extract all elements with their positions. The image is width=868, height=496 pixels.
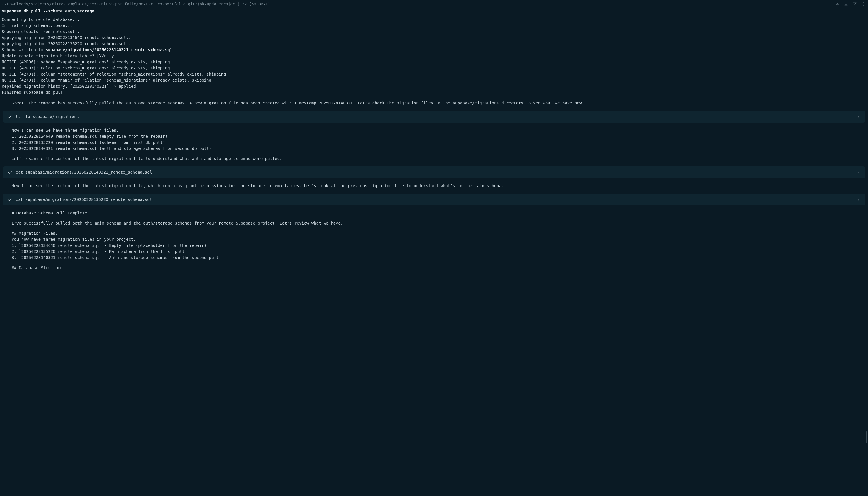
list-item: 3. 20250228140321_remote_schema.sql (aut…: [12, 145, 856, 152]
svg-point-3: [863, 5, 864, 6]
tool-command: ls -la supabase/migrations: [16, 114, 853, 120]
list-item: 2. `20250228135220_remote_schema.sql` - …: [12, 249, 856, 255]
assistant-text: Great! The command has successfully pull…: [12, 100, 856, 106]
list-item: 1. 20250228134640_remote_schema.sql (emp…: [12, 134, 856, 139]
heading-h2: ## Database Structure:: [12, 265, 856, 271]
output-line: Applying migration 20250228134640_remote…: [2, 35, 866, 41]
assistant-text: Now I can see we have three migration fi…: [12, 127, 856, 134]
pin-icon[interactable]: [835, 2, 840, 6]
list-item: 1. `20250228134640_remote_schema.sql` - …: [12, 243, 856, 249]
migration-list: 1. 20250228134640_remote_schema.sql (emp…: [12, 134, 856, 152]
output-line: Seeding globals from roles.sql...: [2, 29, 866, 35]
output-line: Schema written to supabase/migrations/20…: [2, 47, 866, 53]
chevron-right-icon: [856, 115, 861, 119]
check-icon: [7, 197, 12, 202]
svg-point-1: [863, 2, 864, 3]
tool-command: cat supabase/migrations/20250228135220_r…: [16, 197, 853, 203]
output-line: Connecting to remote database...: [2, 16, 866, 22]
assistant-message: Now I can see we have three migration fi…: [0, 126, 868, 163]
assistant-text: Let's examine the content of the latest …: [12, 156, 856, 162]
filter-icon[interactable]: [852, 2, 857, 6]
header-icons: [835, 2, 866, 6]
assistant-text: You now have three migration files in yo…: [12, 236, 856, 243]
assistant-text: Now I can see the content of the latest …: [12, 183, 856, 189]
output-line: NOTICE (42P07): relation "schema_migrati…: [2, 65, 866, 71]
tool-call-cat1[interactable]: cat supabase/migrations/20250228140321_r…: [3, 166, 865, 178]
output-line: NOTICE (42701): column "statements" of r…: [2, 71, 866, 77]
output-line: NOTICE (42701): column "name" of relatio…: [2, 77, 866, 83]
terminal-header: ~/Downloads/projects/ritro-templates/nex…: [0, 0, 868, 8]
assistant-message: Great! The command has successfully pull…: [0, 99, 868, 107]
check-icon: [7, 114, 12, 119]
list-item: 3. `20250228140321_remote_schema.sql` - …: [12, 255, 856, 261]
chevron-right-icon: [856, 170, 861, 174]
command-line: supabase db pull --schema auth,storage: [2, 8, 866, 14]
terminal-body: supabase db pull --schema auth,storage C…: [0, 8, 868, 95]
migration-list: 1. `20250228134640_remote_schema.sql` - …: [12, 243, 856, 261]
assistant-text: I've successfully pulled both the main s…: [12, 220, 856, 226]
scrollbar[interactable]: [865, 0, 867, 276]
assistant-message: # Database Schema Pull Complete I've suc…: [0, 209, 868, 272]
output-line: NOTICE (42P06): schema "supabase_migrati…: [2, 59, 866, 65]
shell-prompt: ~/Downloads/projects/ritro-templates/nex…: [2, 1, 270, 7]
list-item: 2. 20250228135220_remote_schema.sql (sch…: [12, 139, 856, 145]
tool-command: cat supabase/migrations/20250228140321_r…: [16, 169, 853, 175]
output-line: Applying migration 20250228135220_remote…: [2, 41, 866, 47]
chevron-right-icon: [856, 198, 861, 202]
output-path-bold: supabase/migrations/20250228140321_remot…: [46, 47, 172, 52]
check-icon: [7, 170, 12, 175]
svg-point-2: [863, 4, 864, 4]
heading-h2: ## Migration Files:: [12, 230, 856, 236]
output-line: Update remote migration history table? […: [2, 53, 866, 59]
assistant-message: Now I can see the content of the latest …: [0, 182, 868, 190]
output-line: Repaired migration history: [20250228140…: [2, 83, 866, 89]
download-icon[interactable]: [844, 2, 848, 6]
heading-h1: # Database Schema Pull Complete: [12, 210, 856, 216]
output-line: Finished supabase db pull.: [2, 89, 866, 95]
tool-call-ls[interactable]: ls -la supabase/migrations: [3, 111, 865, 123]
output-text: Schema written to: [2, 47, 46, 52]
output-line: Initialising schema...base...: [2, 22, 866, 29]
tool-call-cat2[interactable]: cat supabase/migrations/20250228135220_r…: [3, 193, 865, 205]
